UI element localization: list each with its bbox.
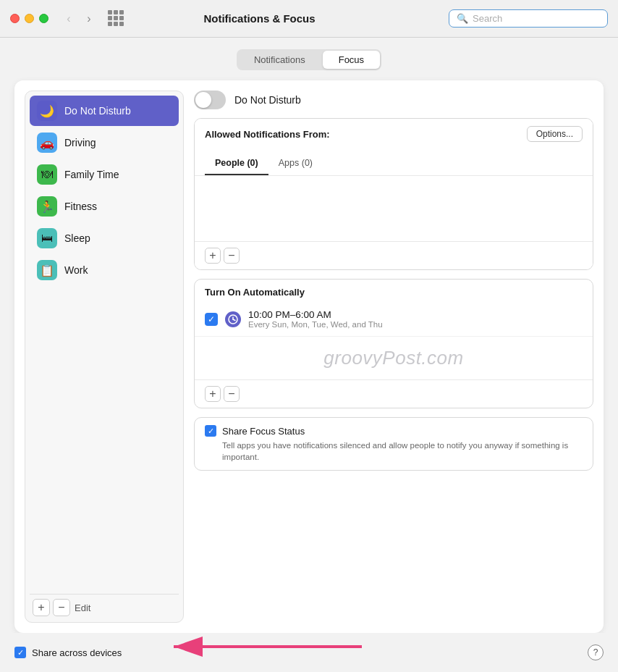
share-devices-label: Share across devices xyxy=(32,647,122,658)
allowed-notifications-header: Allowed Notifications From: Options... xyxy=(195,119,593,149)
tab-people[interactable]: People (0) xyxy=(205,155,268,175)
work-icon: 📋 xyxy=(37,260,57,280)
maximize-button[interactable] xyxy=(39,14,48,23)
do-not-disturb-icon: 🌙 xyxy=(37,101,57,121)
sidebar-item-label: Family Time xyxy=(64,169,119,180)
traffic-lights xyxy=(10,14,48,23)
sidebar-list: 🌙 Do Not Disturb 🚗 Driving 🍽 Family Time… xyxy=(30,96,179,591)
share-focus-row: ✓ Share Focus Status xyxy=(205,425,583,437)
sidebar-add-button[interactable]: + xyxy=(33,599,50,616)
toggle-knob xyxy=(195,92,211,108)
share-devices-row: ✓ Share across devices xyxy=(14,647,122,658)
window-title: Notifications & Focus xyxy=(77,12,441,25)
main-panel: 🌙 Do Not Disturb 🚗 Driving 🍽 Family Time… xyxy=(14,80,604,633)
tab-focus[interactable]: Focus xyxy=(323,51,380,69)
auto-time-range: 10:00 PM–6:00 AM xyxy=(248,309,383,320)
auto-schedule-item[interactable]: ✓ 10:00 PM–6:00 AM Every Sun, Mon, Tue, … xyxy=(195,302,593,337)
tabs-row: Notifications Focus xyxy=(14,49,604,70)
sidebar-item-label: Fitness xyxy=(64,201,97,212)
notifications-remove-button[interactable]: − xyxy=(224,248,240,264)
inner-tabs: People (0) Apps (0) xyxy=(195,149,593,176)
auto-section: Turn On Automatically ✓ 10:00 PM–6:00 AM… xyxy=(194,279,593,408)
sleep-icon: 🛏 xyxy=(37,228,57,248)
sidebar-item-do-not-disturb[interactable]: 🌙 Do Not Disturb xyxy=(30,96,179,126)
dnd-toggle[interactable] xyxy=(194,91,226,109)
dnd-label: Do Not Disturb xyxy=(234,94,301,106)
allowed-notifications-footer: + − xyxy=(195,241,593,269)
options-button[interactable]: Options... xyxy=(527,126,583,142)
auto-add-button[interactable]: + xyxy=(205,386,221,402)
dnd-row: Do Not Disturb xyxy=(194,91,593,109)
auto-section-title: Turn On Automatically xyxy=(195,280,593,302)
tab-notifications[interactable]: Notifications xyxy=(238,51,321,69)
auto-checkbox[interactable]: ✓ xyxy=(205,313,218,326)
fitness-icon: 🏃 xyxy=(37,196,57,217)
auto-item-text: 10:00 PM–6:00 AM Every Sun, Mon, Tue, We… xyxy=(248,309,383,329)
bottom-bar: ✓ Share across devices ? xyxy=(0,633,618,672)
sidebar-item-fitness[interactable]: 🏃 Fitness xyxy=(30,191,179,222)
sidebar-item-driving[interactable]: 🚗 Driving xyxy=(30,127,179,158)
sidebar-item-work[interactable]: 📋 Work xyxy=(30,255,179,285)
sidebar-item-sleep[interactable]: 🛏 Sleep xyxy=(30,223,179,253)
content-area: Notifications Focus 🌙 Do Not Disturb 🚗 D… xyxy=(0,38,618,633)
sidebar-footer: + − Edit xyxy=(30,594,179,618)
titlebar: ‹ › Notifications & Focus 🔍 xyxy=(0,0,618,38)
auto-section-footer: + − xyxy=(195,379,593,408)
share-devices-checkbox[interactable]: ✓ xyxy=(14,647,26,658)
watermark: groovyPost.com xyxy=(195,337,593,379)
search-box[interactable]: 🔍 xyxy=(449,9,608,28)
share-focus-desc: Tell apps you have notifications silence… xyxy=(222,440,583,463)
sidebar-item-family-time[interactable]: 🍽 Family Time xyxy=(30,159,179,190)
sidebar-item-label: Sleep xyxy=(64,232,90,244)
back-button[interactable]: ‹ xyxy=(60,10,77,28)
sidebar-edit-button[interactable]: Edit xyxy=(75,602,90,613)
share-focus-title: Share Focus Status xyxy=(222,426,305,437)
clock-icon xyxy=(225,311,241,327)
right-content: Do Not Disturb Allowed Notifications Fro… xyxy=(194,91,593,623)
driving-icon: 🚗 xyxy=(37,133,57,153)
sidebar-item-label: Do Not Disturb xyxy=(64,105,131,117)
arrow-annotation xyxy=(159,629,376,668)
notifications-add-button[interactable]: + xyxy=(205,248,221,264)
sidebar: 🌙 Do Not Disturb 🚗 Driving 🍽 Family Time… xyxy=(25,91,184,623)
auto-remove-button[interactable]: − xyxy=(224,386,240,402)
allowed-notifications-section: Allowed Notifications From: Options... P… xyxy=(194,118,593,270)
allowed-notifications-title: Allowed Notifications From: xyxy=(205,129,330,140)
sidebar-remove-button[interactable]: − xyxy=(53,599,70,616)
family-time-icon: 🍽 xyxy=(37,164,57,185)
svg-line-2 xyxy=(233,319,235,321)
tabs-container: Notifications Focus xyxy=(237,49,381,70)
auto-days: Every Sun, Mon, Tue, Wed, and Thu xyxy=(248,320,383,329)
close-button[interactable] xyxy=(10,14,20,23)
share-focus-checkbox[interactable]: ✓ xyxy=(205,425,216,437)
minimize-button[interactable] xyxy=(25,14,34,23)
help-button[interactable]: ? xyxy=(588,644,604,660)
share-focus-section: ✓ Share Focus Status Tell apps you have … xyxy=(194,417,593,471)
tab-apps[interactable]: Apps (0) xyxy=(268,155,323,175)
sidebar-item-label: Driving xyxy=(64,137,96,148)
search-icon: 🔍 xyxy=(457,13,468,24)
sidebar-item-label: Work xyxy=(64,264,88,276)
search-input[interactable] xyxy=(473,13,600,24)
allowed-notifications-body xyxy=(195,176,593,241)
